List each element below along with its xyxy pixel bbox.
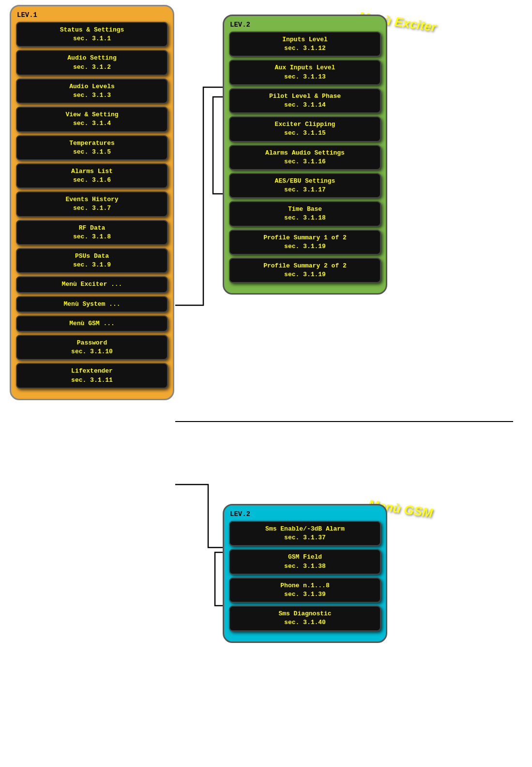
lev1-item-exciter-text: Menù Exciter ... <box>21 280 163 289</box>
lev1-item-5-text: Alarms Listsec. 3.1.6 <box>21 167 163 185</box>
lev2-gsm-item-1[interactable]: GSM Fieldsec. 3.1.38 <box>229 549 381 574</box>
lev1-item-2[interactable]: Audio Levelssec. 3.1.3 <box>16 78 168 104</box>
lev2-exciter-item-6-text: Time Basesec. 3.1.18 <box>234 205 376 222</box>
lev1-item-3[interactable]: View & Settingsec. 3.1.4 <box>16 107 168 132</box>
lev2-exciter-item-8-text: Profile Summary 2 of 2sec. 3.1.19 <box>234 262 376 279</box>
lev1-item-7[interactable]: RF Datasec. 3.1.8 <box>16 220 168 245</box>
lev1-item-4[interactable]: Temperaturessec. 3.1.5 <box>16 135 168 160</box>
lev1-item-2-text: Audio Levelssec. 3.1.3 <box>21 82 163 100</box>
lev2-exciter-item-7[interactable]: Profile Summary 1 of 2sec. 3.1.19 <box>229 230 381 255</box>
lev1-item-system-text: Menù System ... <box>21 300 163 309</box>
lev1-item-0[interactable]: Status & Settingssec. 3.1.1 <box>16 22 168 47</box>
lev2-gsm-item-3-text: Sms Diagnosticsec. 3.1.40 <box>234 610 376 627</box>
lev1-container: LEV.1 Status & Settingssec. 3.1.1 Audio … <box>10 5 174 400</box>
lev2-exciter-item-6[interactable]: Time Basesec. 3.1.18 <box>229 201 381 226</box>
lev2-gsm-item-2[interactable]: Phone n.1...8sec. 3.1.39 <box>229 578 381 603</box>
lev1-item-password[interactable]: Passwordsec. 3.1.10 <box>16 335 168 360</box>
lev2-exciter-label: LEV.2 <box>229 21 381 29</box>
lev2-exciter-item-0[interactable]: Inputs Levelsec. 3.1.12 <box>229 31 381 57</box>
lev1-item-8-text: PSUs Datasec. 3.1.9 <box>21 252 163 269</box>
lev2-exciter-item-2[interactable]: Pilot Level & Phasesec. 3.1.14 <box>229 88 381 113</box>
lev2-exciter-item-5[interactable]: AES/EBU Settingssec. 3.1.17 <box>229 173 381 198</box>
lev1-item-4-text: Temperaturessec. 3.1.5 <box>21 139 163 157</box>
lev1-item-system[interactable]: Menù System ... <box>16 296 168 313</box>
lev2-gsm-item-0-text: Sms Enable/-3dB Alarmsec. 3.1.37 <box>234 525 376 542</box>
lev2-gsm-item-0[interactable]: Sms Enable/-3dB Alarmsec. 3.1.37 <box>229 521 381 546</box>
lev1-item-5[interactable]: Alarms Listsec. 3.1.6 <box>16 163 168 188</box>
lev1-item-0-text: Status & Settingssec. 3.1.1 <box>21 26 163 43</box>
lev2-exciter-container: LEV.2 Inputs Levelsec. 3.1.12 Aux Inputs… <box>223 15 387 295</box>
lev2-exciter-item-4-text: Alarms Audio Settingssec. 3.1.16 <box>234 149 376 166</box>
lev2-gsm-label: LEV.2 <box>229 510 381 518</box>
lev1-label: LEV.1 <box>16 11 168 19</box>
lev2-exciter-item-1-text: Aux Inputs Levelsec. 3.1.13 <box>234 63 376 81</box>
lev1-item-8[interactable]: PSUs Datasec. 3.1.9 <box>16 248 168 273</box>
lev2-gsm-container: LEV.2 Sms Enable/-3dB Alarmsec. 3.1.37 G… <box>223 504 387 643</box>
lev1-item-3-text: View & Settingsec. 3.1.4 <box>21 110 163 128</box>
lev1-item-6-text: Events Historysec. 3.1.7 <box>21 195 163 213</box>
lev2-exciter-item-3[interactable]: Exciter Clippingsec. 3.1.15 <box>229 116 381 141</box>
lev2-gsm-item-2-text: Phone n.1...8sec. 3.1.39 <box>234 581 376 599</box>
lev2-exciter-item-1[interactable]: Aux Inputs Levelsec. 3.1.13 <box>229 60 381 85</box>
lev2-exciter-item-2-text: Pilot Level & Phasesec. 3.1.14 <box>234 92 376 110</box>
lev1-item-6[interactable]: Events Historysec. 3.1.7 <box>16 191 168 217</box>
lev1-item-1[interactable]: Audio Settingsec. 3.1.2 <box>16 50 168 75</box>
lev2-exciter-item-3-text: Exciter Clippingsec. 3.1.15 <box>234 120 376 138</box>
lev1-item-lifextender-text: Lifextendersec. 3.1.11 <box>21 367 163 384</box>
lev1-item-lifextender[interactable]: Lifextendersec. 3.1.11 <box>16 363 168 388</box>
lev1-item-exciter[interactable]: Menù Exciter ... <box>16 276 168 293</box>
main-container: LEV.1 Status & Settingssec. 3.1.1 Audio … <box>0 0 532 767</box>
lev1-item-1-text: Audio Settingsec. 3.1.2 <box>21 54 163 71</box>
lev2-exciter-item-4[interactable]: Alarms Audio Settingssec. 3.1.16 <box>229 145 381 170</box>
lev2-exciter-item-8[interactable]: Profile Summary 2 of 2sec. 3.1.19 <box>229 258 381 283</box>
lev2-gsm-item-3[interactable]: Sms Diagnosticsec. 3.1.40 <box>229 606 381 631</box>
lev1-item-password-text: Passwordsec. 3.1.10 <box>21 339 163 356</box>
lev2-exciter-item-0-text: Inputs Levelsec. 3.1.12 <box>234 35 376 53</box>
lev2-exciter-item-5-text: AES/EBU Settingssec. 3.1.17 <box>234 177 376 194</box>
lev1-item-gsm-text: Menù GSM ... <box>21 319 163 328</box>
lev1-item-gsm[interactable]: Menù GSM ... <box>16 315 168 332</box>
lev1-item-7-text: RF Datasec. 3.1.8 <box>21 224 163 241</box>
lev2-exciter-item-7-text: Profile Summary 1 of 2sec. 3.1.19 <box>234 234 376 251</box>
lev2-gsm-item-1-text: GSM Fieldsec. 3.1.38 <box>234 553 376 570</box>
